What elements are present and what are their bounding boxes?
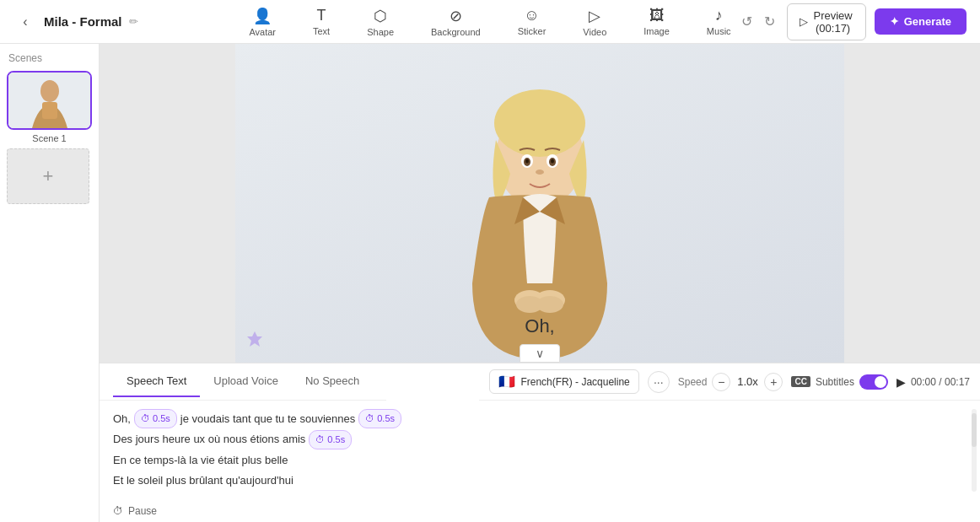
video-label: Video	[583, 27, 606, 37]
subtitles-toggle[interactable]	[859, 374, 888, 390]
tool-shape[interactable]: ⬡Shape	[360, 3, 401, 40]
toggle-knob	[875, 376, 886, 388]
svg-rect-2	[42, 102, 57, 119]
scenes-label: Scenes	[7, 52, 92, 64]
sticker-label: Sticker	[518, 26, 547, 36]
preview-label: Preview (00:17)	[813, 9, 853, 35]
bottom-tabs: Speech Text Upload Voice No Speech	[100, 363, 386, 401]
subtitles-label: Subtitles	[816, 376, 854, 388]
sticker-icon: ☺	[524, 7, 539, 24]
text-line-4: Et le soleil plus brûlant qu'aujourd'hui	[113, 471, 967, 490]
edit-icon[interactable]: ✏	[129, 15, 138, 28]
video-icon: ▷	[589, 7, 600, 25]
speed-minus-button[interactable]: −	[712, 373, 730, 391]
tool-background[interactable]: ⊘Background	[424, 3, 487, 40]
toolbar-tools: 👤AvatarTText⬡Shape⊘Background☺Sticker▷Vi…	[242, 3, 737, 40]
speed-plus-button[interactable]: +	[764, 373, 783, 391]
text-editor[interactable]: Oh, ⏱ 0.5s je voudais tant que tu te sou…	[100, 401, 980, 500]
image-label: Image	[643, 26, 670, 36]
subtitle-text: Oh,	[525, 315, 554, 337]
scene-thumb-inner	[8, 73, 91, 128]
pause-badge-1[interactable]: ⏱ 0.5s	[134, 409, 177, 428]
tab-speech-text[interactable]: Speech Text	[113, 366, 200, 397]
tool-music[interactable]: ♪Music	[700, 3, 738, 40]
watermark	[245, 330, 264, 352]
generate-button[interactable]: ✦ Generate	[875, 8, 967, 35]
tab-upload-voice[interactable]: Upload Voice	[200, 366, 292, 397]
project-name: Mila - Formal	[44, 14, 122, 29]
music-icon: ♪	[715, 7, 723, 24]
generate-icon: ✦	[890, 15, 899, 28]
canvas[interactable]: Oh, ∨	[235, 44, 844, 363]
preview-button[interactable]: ▷ Preview (00:17)	[787, 3, 866, 40]
bottom-tabs-row: Speech Text Upload Voice No Speech 🇫🇷 Fr…	[100, 363, 980, 401]
playback-control: ▶ 00:00 / 00:17	[897, 375, 970, 389]
tab-no-speech[interactable]: No Speech	[292, 366, 373, 397]
tool-video[interactable]: ▷Video	[576, 3, 613, 40]
tool-avatar[interactable]: 👤Avatar	[242, 3, 283, 40]
text-line-2: Des jours heure ux où nous étions amis ⏱…	[113, 430, 967, 449]
pause-duration-2: 0.5s	[377, 411, 395, 427]
text-line3: En ce temps-là la vie était plus belle	[113, 451, 288, 470]
image-icon: 🖼	[649, 7, 665, 24]
collapse-button[interactable]: ∨	[520, 344, 560, 363]
pause-footer-label: Pause	[128, 505, 157, 517]
speed-label: Speed	[678, 376, 708, 388]
undo-button[interactable]: ↺	[738, 10, 756, 33]
redo-button[interactable]: ↻	[761, 10, 778, 33]
text-line-1: Oh, ⏱ 0.5s je voudais tant que tu te sou…	[113, 409, 967, 428]
pause-duration-3: 0.5s	[327, 432, 345, 448]
speed-value: 1.0x	[735, 375, 759, 388]
svg-point-5	[494, 89, 585, 157]
time-display: 00:00 / 00:17	[911, 376, 970, 388]
text-line2-pre: Des jours heure ux où nous étions amis	[113, 430, 305, 449]
background-icon: ⊘	[450, 7, 462, 25]
add-scene-button[interactable]: +	[7, 148, 89, 204]
tool-image[interactable]: 🖼Image	[637, 3, 676, 40]
scrollbar[interactable]	[972, 409, 977, 492]
pause-badge-3[interactable]: ⏱ 0.5s	[309, 430, 352, 449]
voice-selector[interactable]: 🇫🇷 French(FR) - Jacqueline	[489, 369, 638, 394]
svg-point-1	[40, 80, 59, 102]
tool-sticker[interactable]: ☺Sticker	[511, 3, 553, 40]
voice-name: French(FR) - Jacqueline	[520, 376, 629, 388]
flag-icon: 🇫🇷	[498, 374, 515, 390]
scene-thumb-1[interactable]	[7, 71, 92, 130]
voice-more-button[interactable]: ···	[648, 371, 670, 393]
svg-point-10	[525, 159, 529, 164]
avatar-label: Avatar	[249, 27, 276, 37]
shape-icon: ⬡	[374, 7, 387, 25]
add-scene-icon: +	[43, 165, 54, 187]
back-button[interactable]: ‹	[13, 10, 37, 34]
svg-point-12	[536, 170, 544, 175]
pause-duration-1: 0.5s	[153, 411, 170, 427]
clock-icon-3: ⏱	[315, 432, 325, 448]
canvas-area: Oh, ∨	[100, 44, 980, 363]
text-content: Oh, ⏱ 0.5s je voudais tant que tu te sou…	[113, 409, 967, 490]
text-oh: Oh,	[113, 410, 131, 428]
pause-footer[interactable]: ⏱ Pause	[100, 500, 980, 522]
preview-play-icon: ▷	[800, 15, 808, 28]
cc-icon: CC	[791, 376, 810, 387]
scrollbar-thumb	[972, 413, 977, 447]
clock-icon-1: ⏱	[141, 411, 150, 427]
tool-text[interactable]: TText	[306, 3, 337, 40]
text-line1-mid: je voudais tant que tu te souviennes	[180, 410, 355, 428]
music-label: Music	[707, 26, 731, 36]
pause-footer-icon: ⏱	[113, 505, 123, 517]
bottom-panel: Speech Text Upload Voice No Speech 🇫🇷 Fr…	[100, 363, 980, 522]
top-bar: ‹ Mila - Formal ✏ 👤AvatarTText⬡Shape⊘Bac…	[0, 0, 980, 44]
subtitles-control: CC Subtitles	[791, 374, 887, 390]
background-label: Background	[431, 27, 481, 37]
chevron-down-icon: ∨	[536, 347, 544, 360]
scenes-panel: Scenes Scene 1 +	[0, 44, 100, 522]
pause-badge-2[interactable]: ⏱ 0.5s	[358, 409, 401, 428]
scene-preview-svg	[8, 73, 91, 128]
text-line4: Et le soleil plus brûlant qu'aujourd'hui	[113, 471, 293, 490]
scene-1-name: Scene 1	[7, 133, 92, 143]
play-button[interactable]: ▶	[897, 375, 906, 389]
text-line-3: En ce temps-là la vie était plus belle	[113, 451, 967, 470]
svg-point-11	[551, 159, 554, 164]
top-bar-left: ‹ Mila - Formal ✏	[13, 10, 242, 34]
shape-label: Shape	[367, 27, 394, 37]
